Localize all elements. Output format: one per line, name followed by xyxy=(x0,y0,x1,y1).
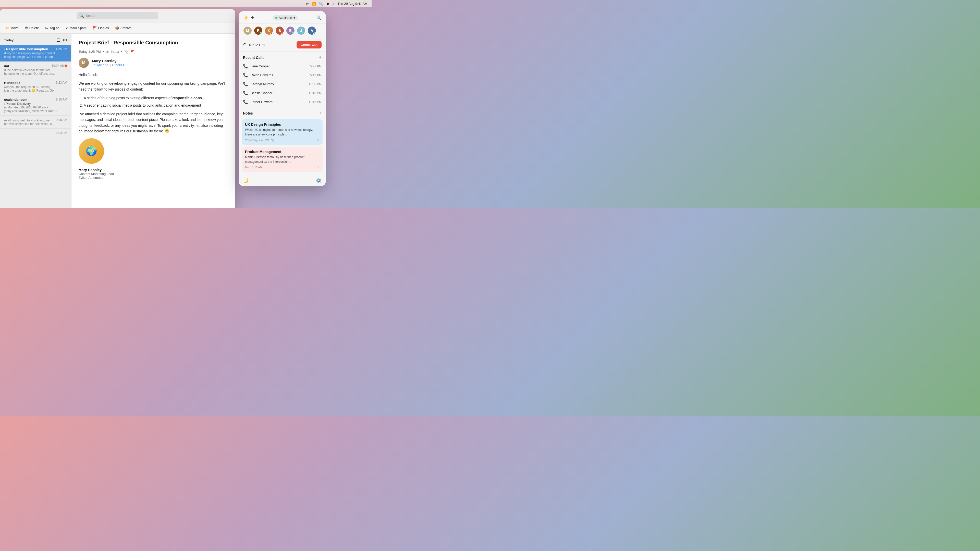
call-list-item[interactable]: 📞 Ralph Edwards 5:17 PM xyxy=(239,71,326,79)
online-indicator xyxy=(249,32,251,35)
checkout-button[interactable]: Check-Out xyxy=(297,41,321,48)
call-list-item[interactable]: 📞 Bessie Cooper 11:48 PM xyxy=(239,89,326,97)
search-icon: 🔍 xyxy=(79,13,84,18)
avatars-row: M R K B E J A xyxy=(239,24,326,38)
menu-extra-icon[interactable]: ≡ xyxy=(332,2,334,6)
contact-avatar[interactable]: M xyxy=(243,26,252,35)
call-icon: 📞 xyxy=(243,100,248,104)
contact-avatar[interactable]: J xyxy=(297,26,306,35)
move-action[interactable]: 📁 Move xyxy=(5,26,19,30)
call-list-item[interactable]: 📞 Kathryn Murphy 11:50 PM xyxy=(239,79,326,89)
mark-spam-icon: ✓ xyxy=(65,26,68,30)
email-preview: re all doing well. As you know, wehat vi… xyxy=(4,119,56,126)
call-list-item[interactable]: 📞 Jane Cooper 5:21 PM xyxy=(239,62,326,71)
archive-label: Archive xyxy=(121,26,131,30)
flag-label: Flag as xyxy=(98,26,109,30)
add-button[interactable]: + xyxy=(251,15,254,21)
sender-to[interactable]: To: Me and 1 Others ▾ xyxy=(92,63,124,67)
recent-calls-title: Recent Calls xyxy=(243,56,264,60)
email-list-item[interactable]: 9:15 AM ocalendar.com : Product Discover… xyxy=(0,95,71,116)
note-card[interactable]: UX Design Principles While UX is subject… xyxy=(242,119,323,144)
email-window: 🔍 Search 📁 Move 🗑 Delete 🏷 Tag as ✓ Mark… xyxy=(0,9,235,208)
moon-icon[interactable]: 🌙 xyxy=(243,178,248,183)
note-footer: Yesterday, 7:45 PM 📎 ☆ xyxy=(245,138,320,141)
call-icon: 📞 xyxy=(243,73,248,78)
online-indicator xyxy=(260,32,262,35)
email-time: 9:23 AM xyxy=(56,81,67,84)
status-badge[interactable]: Available ▾ xyxy=(273,15,298,21)
contact-avatar[interactable]: A xyxy=(307,26,317,35)
email-preview: d the editorial calendar for the lasthe … xyxy=(4,68,67,76)
contact-avatar[interactable]: K xyxy=(264,26,274,35)
email-list-item[interactable]: 1:25 PM - Responsible Consumption rking … xyxy=(0,44,71,62)
notes-header: Notes + xyxy=(239,107,326,118)
call-icon: 📞 xyxy=(243,91,248,95)
mark-spam-label: Mark Spam xyxy=(70,26,86,30)
sender-name: Mary Hansley xyxy=(92,59,124,63)
archive-action[interactable]: 📦 Archive xyxy=(115,26,131,30)
status-label: Available xyxy=(279,16,292,20)
menu-bar: ⊘ 📶 🔍 ⏺ ≡ Tue 29 Aug 9:41 AM xyxy=(0,0,372,7)
unread-indicator xyxy=(65,65,67,67)
call-contact-name: Ralph Edwards xyxy=(251,73,273,77)
note-card[interactable]: Product Management Martin Eriksson famou… xyxy=(242,147,323,172)
flag-action[interactable]: 🚩 Flag as xyxy=(93,26,109,30)
widget-header-left: ⚡ + xyxy=(243,15,254,21)
filter-icon[interactable]: ☰ xyxy=(57,38,60,43)
email-time: 1:25 PM xyxy=(56,47,67,51)
mark-spam-action[interactable]: ✓ Mark Spam xyxy=(65,26,86,30)
star-icon[interactable]: ☆ xyxy=(317,165,320,169)
status-dot-green xyxy=(275,17,277,19)
add-note-button[interactable]: + xyxy=(319,110,321,116)
email-content-pane: Project Brief - Responsible Consumption … xyxy=(72,34,235,208)
call-time: 5:21 PM xyxy=(310,65,321,68)
tag-action[interactable]: 🏷 Tag as xyxy=(45,26,59,30)
list-item-1: A series of four blog posts exploring di… xyxy=(84,95,228,101)
widget-search-icon[interactable]: 🔍 xyxy=(317,15,321,20)
screen-record-icon[interactable]: ⏺ xyxy=(326,2,329,6)
contact-avatar[interactable]: R xyxy=(254,26,263,35)
attachment-icon: 📎 xyxy=(124,50,128,54)
timer-row: ⏱ 01:12 Hrs Check-Out xyxy=(239,38,326,52)
search-bar[interactable]: 🔍 Search xyxy=(76,12,158,19)
menu-bar-time: Tue 29 Aug 9:41 AM xyxy=(338,2,368,6)
lightning-icon[interactable]: ⚡ xyxy=(243,15,248,21)
call-time: 11:48 PM xyxy=(309,91,321,95)
do-not-disturb-icon[interactable]: ⊘ xyxy=(306,2,309,6)
delete-label: Delete xyxy=(29,26,39,30)
star-icon[interactable]: ☆ xyxy=(317,138,320,141)
tag-label: Tag as xyxy=(49,26,59,30)
call-contact-name: Jane Cooper xyxy=(251,64,269,68)
email-list-item[interactable]: 9:23 AM Handbook with you the requested … xyxy=(0,78,71,95)
note-title: UX Design Principles xyxy=(245,122,320,127)
contact-avatar[interactable]: B xyxy=(275,26,284,35)
email-list-item[interactable]: 9:05 AM re all doing well. As you know, … xyxy=(0,116,71,129)
sidebar-today-label: Today xyxy=(4,38,14,42)
delete-icon: 🗑 xyxy=(25,26,28,30)
search-placeholder: Search xyxy=(86,14,96,17)
note-footer: Mon, 1:10 AM ☆ xyxy=(245,165,320,169)
call-time: 11:16 PM xyxy=(309,100,321,104)
notes-section: Notes + UX Design Principles While UX is… xyxy=(239,106,326,175)
body-paragraph-1: We are working on developing engaging co… xyxy=(79,81,228,92)
wifi-icon[interactable]: 📶 xyxy=(312,2,316,6)
menu-bar-icons: ⊘ 📶 🔍 ⏺ ≡ Tue 29 Aug 9:41 AM xyxy=(306,2,368,6)
more-options-icon[interactable]: ••• xyxy=(63,38,67,43)
email-list-item[interactable]: 9:04 AM xyxy=(0,129,71,134)
call-list-item[interactable]: 📞 Esther Howard 11:16 PM xyxy=(239,97,326,106)
email-list-item[interactable]: 10:04 AM dar d the editorial calendar fo… xyxy=(0,62,71,78)
flag-meta-icon: 🚩 xyxy=(130,50,135,54)
busy-indicator xyxy=(281,32,284,35)
gear-icon[interactable]: ⚙️ xyxy=(316,178,321,183)
sig-title: Content Marketing Lead xyxy=(79,172,228,176)
notes-title: Notes xyxy=(243,111,253,115)
call-icon: 📞 xyxy=(243,82,248,86)
attachment-icon: 📎 xyxy=(271,138,274,141)
sidebar-header: Today ☰ ••• xyxy=(0,36,71,44)
delete-action[interactable]: 🗑 Delete xyxy=(25,26,39,30)
search-menu-icon[interactable]: 🔍 xyxy=(319,2,323,6)
add-call-button[interactable]: + xyxy=(319,55,321,60)
contact-avatar[interactable]: E xyxy=(286,26,295,35)
call-time: 5:17 PM xyxy=(310,73,321,77)
email-time: 9:05 AM xyxy=(56,118,67,122)
